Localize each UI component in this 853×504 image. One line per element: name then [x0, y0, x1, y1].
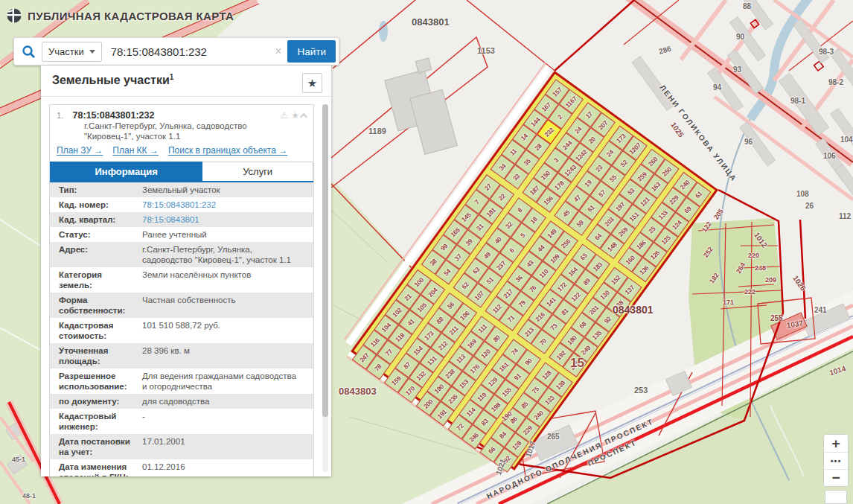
plan-kk-link[interactable]: План КК →: [112, 145, 159, 156]
parcel-number: 84: [498, 430, 508, 440]
zoom-in-button[interactable]: +: [824, 435, 848, 452]
field-value-link[interactable]: 78:15:0843801: [138, 214, 298, 225]
parcel-number: 102: [391, 306, 403, 318]
parcel-number: 198: [490, 401, 502, 412]
parcel-list-item[interactable]: 1. 78:15:0843801:232 ⚠ ★ г.Санкт-Петербу…: [49, 104, 314, 476]
parcel-number: 249: [580, 344, 592, 356]
parcel-number: 59: [575, 218, 585, 228]
panel-scrollbar[interactable]: [322, 104, 328, 472]
item-header-row: 1. 78:15:0843801:232 ⚠ ★: [50, 105, 313, 121]
parcel-number: 240: [679, 178, 691, 190]
parcel-number: 260: [647, 155, 659, 167]
parcel-number: 237: [495, 259, 508, 271]
search-category-dropdown[interactable]: Участки: [42, 42, 102, 62]
item-links: План ЗУ →План КК →Поиск в границах объек…: [57, 144, 307, 157]
parcel-number: 5: [520, 232, 527, 239]
parcel-number: 79: [517, 299, 527, 308]
parcel-number: 1243: [563, 163, 578, 178]
parcel-number: 3: [552, 156, 560, 164]
parcel-number: 14: [520, 132, 529, 141]
parcel-number: 232: [543, 126, 556, 138]
parcel-number: 68: [578, 319, 588, 329]
parcel-number: 8: [517, 206, 524, 214]
parcel-number: 167: [540, 101, 553, 112]
field-row: Категория земель:Земли населённых пункто…: [50, 267, 313, 293]
parcel-number: 247: [358, 351, 371, 363]
parcel-number: 122: [569, 290, 582, 302]
parcel-number: 85: [520, 400, 529, 409]
parcel-number: 125: [659, 234, 672, 246]
field-label: Форма собственности:: [50, 295, 138, 316]
parcel-number: 238: [444, 367, 456, 379]
parcel-number: 116: [369, 336, 381, 348]
parcel-number: 61: [587, 203, 596, 213]
parcel-number: 39: [464, 237, 474, 246]
field-label: Категория земель:: [50, 269, 138, 290]
field-value: 28 396 кв. м: [138, 345, 298, 366]
parcel-number: 20: [587, 135, 597, 144]
parcel-number: 157: [551, 86, 563, 98]
zoom-more-button[interactable]: •••: [824, 452, 848, 469]
clear-search-icon[interactable]: ×: [269, 45, 287, 58]
parcel-number: 21: [403, 292, 413, 302]
search-button[interactable]: Найти: [287, 40, 336, 63]
parcel-number: 22: [497, 192, 507, 202]
parcel-number: 25: [647, 225, 656, 235]
field-value: 101 510 588,72 руб.: [138, 320, 298, 341]
parcel-number: 161: [498, 360, 511, 372]
parcel-number: 1242: [574, 147, 589, 162]
zoom-out-button[interactable]: −: [824, 469, 848, 486]
parcel-number: 1167: [564, 95, 578, 109]
tab-services[interactable]: Услуги: [202, 162, 313, 181]
panel-title: Земельные участки1: [52, 73, 173, 87]
parcel-number: 40: [493, 235, 503, 245]
parcel-number: 156: [542, 194, 555, 206]
parcel-number: 180: [566, 334, 578, 345]
parcel-number: 83: [480, 417, 490, 427]
parcel-number: 137: [624, 284, 636, 296]
parcel-number: 24: [573, 125, 583, 135]
parcel-number: 17: [584, 110, 594, 120]
item-index: 1.: [57, 110, 64, 121]
field-label: Уточненная площадь:: [50, 345, 138, 366]
parcel-number: 32: [504, 220, 514, 230]
plan-zu-link[interactable]: План ЗУ →: [57, 145, 103, 156]
favorites-button[interactable]: ★: [302, 73, 322, 93]
parcel-number: 145: [460, 211, 473, 223]
field-value-link[interactable]: 78:15:0843801:232: [138, 200, 298, 210]
collapse-icon[interactable]: [300, 112, 307, 120]
parcel-number: 111: [477, 322, 489, 334]
parcel-number: 114: [465, 406, 477, 418]
star-icon[interactable]: ★: [291, 110, 299, 121]
parcel-number: 56: [446, 300, 456, 310]
parcel-number: 118: [394, 331, 406, 343]
parcel-number: 163: [650, 180, 662, 192]
warning-icon[interactable]: ⚠: [280, 110, 288, 121]
parcel-number: 41: [406, 317, 416, 327]
field-row: Дата изменения сведений в ГКН:01.12.2016: [50, 459, 313, 476]
parcel-number: 34: [498, 162, 508, 171]
parcel-number: 256: [560, 237, 572, 249]
panel-scrollbar-thumb[interactable]: [322, 104, 328, 417]
parcel-number: 2: [557, 113, 564, 121]
parcel-number: 124: [671, 218, 683, 230]
map-extra-control[interactable]: [825, 490, 847, 504]
field-row: Кадастровый инженер:-: [50, 409, 313, 434]
parcel-number: 120: [479, 348, 492, 360]
app-title: ПУБЛИЧНАЯ КАДАСТРОВАЯ КАРТА: [28, 10, 234, 22]
search-input[interactable]: [102, 45, 269, 58]
parcel-number: 235: [447, 392, 459, 404]
parcel-number: 91: [513, 371, 523, 381]
parcel-number: 45: [561, 208, 571, 218]
field-row: Кад. квартал:78:15:0843801: [50, 212, 313, 227]
parcel-number: 72: [455, 422, 464, 432]
parcel-number: 178: [553, 179, 566, 191]
parcel-number: 139: [555, 379, 567, 391]
panel-header: Земельные участки1 ★: [41, 66, 331, 97]
parcel-number: 250: [661, 165, 674, 177]
parcel-number: 19: [584, 178, 593, 188]
tab-information[interactable]: Информация: [50, 162, 202, 181]
field-label: Кадастровая стоимость:: [50, 320, 138, 341]
search-in-bounds-link[interactable]: Поиск в границах объекта →: [168, 145, 287, 156]
parcel-number: 33: [511, 172, 521, 182]
